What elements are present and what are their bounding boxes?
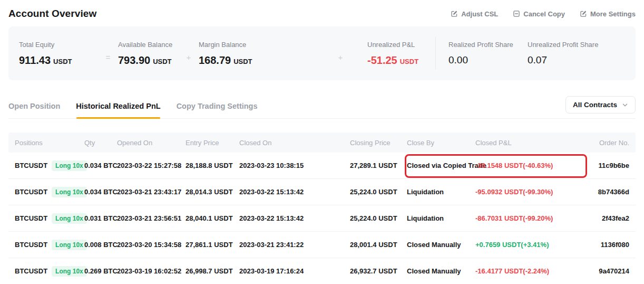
- summary-item-realized-profit-share: Realized Profit Share0.00: [448, 41, 514, 66]
- column-header-order-no: Order No.: [588, 139, 629, 147]
- closed-pnl-cell: +0.7659 USDT(+3.41%): [475, 241, 588, 249]
- opened-on-cell: 2023-03-19 16:02:52: [117, 267, 186, 275]
- positions-cell: BTCUSDT Long 10x: [15, 213, 84, 224]
- closed-on-cell: 2023-03-21 23:41:22: [239, 241, 350, 249]
- summary-item-label: Total Equity: [19, 41, 98, 49]
- closed-on-cell: 2023-03-22 15:13:42: [239, 214, 350, 222]
- closed-pnl-cell: -86.7031 USDT(-99.20%): [475, 214, 588, 222]
- column-header-closed-on: Closed On: [239, 139, 350, 147]
- position-symbol: BTCUSDT: [15, 162, 47, 169]
- closing-price-cell: 26,932.7 USDT: [350, 267, 407, 275]
- edit-icon: [580, 10, 587, 17]
- table-header-row: PositionsQtyOpened OnEntry PriceClosed O…: [8, 132, 636, 153]
- summary-item-label: Margin Balance: [199, 41, 330, 49]
- order-no-cell: 9a470214: [588, 267, 629, 275]
- summary-item-number: -51.25: [367, 54, 397, 67]
- header-actions: Adjust CSLCancel CopyMore Settings: [451, 10, 636, 18]
- column-header-closed-p-l: Closed P&L: [475, 139, 588, 147]
- summary-item-number: 793.90: [118, 54, 150, 67]
- table-row: BTCUSDT Long 10x 0.008 BTC 2023-03-20 15…: [8, 232, 636, 258]
- summary-operator: =: [98, 53, 118, 62]
- qty-cell: 0.269 BTC: [84, 267, 117, 275]
- summary-operator: +: [179, 53, 199, 62]
- summary-operator: +: [330, 53, 350, 62]
- summary-item-unit: USDT: [233, 58, 252, 65]
- summary-item-available-balance: Available Balance793.90USDT: [118, 41, 179, 67]
- positions-cell: BTCUSDT Long 10x: [15, 240, 84, 250]
- closed-on-cell: 2023-03-19 17:16:24: [239, 267, 350, 275]
- summary-item-label: Unrealized Profit Share: [528, 41, 598, 49]
- historical-pnl-table: PositionsQtyOpened OnEntry PriceClosed O…: [8, 132, 636, 284]
- column-header-close-by: Close By: [407, 139, 475, 147]
- closing-price-cell: 27,289.1 USDT: [350, 162, 407, 169]
- position-side-badge: Long 10x: [52, 240, 87, 250]
- entry-price-cell: 28,188.8 USDT: [186, 162, 239, 169]
- page-title: Account Overview: [8, 8, 96, 20]
- closing-price-cell: 25,224.0 USDT: [350, 214, 407, 222]
- table-row: BTCUSDT Long 10x 0.031 BTC 2023-03-21 23…: [8, 205, 636, 232]
- action-label: More Settings: [590, 10, 636, 18]
- table-row: BTCUSDT Long 10x 0.269 BTC 2023-03-19 16…: [8, 258, 636, 284]
- summary-item-label: Realized Profit Share: [448, 41, 514, 49]
- position-side-badge: Long 10x: [52, 187, 87, 197]
- position-symbol: BTCUSDT: [15, 188, 47, 196]
- qty-cell: 0.008 BTC: [84, 241, 117, 249]
- summary-divider: [435, 37, 436, 70]
- table-row: BTCUSDT Long 10x 0.034 BTC 2023-03-21 23…: [8, 179, 636, 205]
- closed-pnl-cell: -39.1548 USDT(-40.63%): [475, 162, 588, 169]
- tab-historical-realized-pnl[interactable]: Historical Realized PnL: [76, 102, 160, 118]
- summary-item-value: 793.90USDT: [118, 54, 179, 67]
- adjust-csl-button[interactable]: Adjust CSL: [451, 10, 498, 18]
- order-no-cell: 8b74366d: [588, 188, 629, 196]
- summary-item-label: Available Balance: [118, 41, 179, 49]
- summary-item-number: 0.00: [448, 54, 468, 66]
- close-by-cell: Liquidation: [407, 214, 475, 222]
- order-no-cell: 1136f080: [588, 241, 629, 249]
- more-settings-button[interactable]: More Settings: [580, 10, 636, 18]
- closed-on-cell: 2023-03-23 10:38:15: [239, 162, 350, 169]
- tab-copy-trading-settings[interactable]: Copy Trading Settings: [177, 102, 258, 118]
- summary-item-margin-balance: Margin Balance168.79USDT: [199, 41, 330, 67]
- opened-on-cell: 2023-03-21 23:56:51: [117, 214, 186, 222]
- tab-open-position[interactable]: Open Position: [8, 102, 60, 118]
- closed-pnl-cell: -95.0932 USDT(-99.30%): [475, 188, 588, 196]
- entry-price-cell: 28,014.3 USDT: [186, 188, 239, 196]
- position-symbol: BTCUSDT: [15, 267, 47, 275]
- summary-item-number: 911.43: [19, 54, 51, 67]
- account-summary-card: Total Equity911.43USDT=Available Balance…: [8, 26, 636, 80]
- closed-pnl-cell: -16.4177 USDT(-2.24%): [475, 267, 588, 275]
- position-side-badge: Long 10x: [52, 160, 87, 171]
- action-label: Cancel Copy: [523, 10, 565, 18]
- order-no-cell: 2f43fea2: [588, 214, 629, 222]
- position-side-badge: Long 10x: [52, 213, 87, 224]
- positions-cell: BTCUSDT Long 10x: [15, 160, 84, 171]
- tabs: Open PositionHistorical Realized PnLCopy…: [8, 102, 258, 118]
- contracts-filter-dropdown[interactable]: All Contracts: [565, 96, 636, 113]
- entry-price-cell: 26,998.7 USDT: [186, 267, 239, 275]
- summary-item-unit: USDT: [53, 58, 72, 65]
- entry-price-cell: 28,040.1 USDT: [186, 214, 239, 222]
- column-header-closing-price: Closing Price: [350, 139, 407, 147]
- position-symbol: BTCUSDT: [15, 214, 47, 222]
- qty-cell: 0.034 BTC: [84, 162, 117, 169]
- summary-item-unrealized-p-l: Unrealized P&L-51.25USDT: [367, 41, 423, 67]
- column-header-qty: Qty: [84, 139, 117, 147]
- opened-on-cell: 2023-03-22 15:27:58: [117, 162, 186, 169]
- summary-item-value: -51.25USDT: [367, 54, 423, 67]
- closed-on-cell: 2023-03-22 15:13:42: [239, 188, 350, 196]
- action-label: Adjust CSL: [461, 10, 498, 18]
- summary-item-total-equity: Total Equity911.43USDT: [19, 41, 98, 67]
- closing-price-cell: 25,224.0 USDT: [350, 188, 407, 196]
- edit-icon: [451, 10, 458, 17]
- column-header-positions: Positions: [15, 139, 84, 147]
- opened-on-cell: 2023-03-20 15:34:58: [117, 241, 186, 249]
- cancel-copy-button[interactable]: Cancel Copy: [513, 10, 565, 18]
- closing-price-cell: 28,001.4 USDT: [350, 241, 407, 249]
- close-by-cell: Closed via Copied Trade: [407, 162, 475, 169]
- close-by-cell: Closed Manually: [407, 267, 475, 275]
- summary-item-label: Unrealized P&L: [367, 41, 423, 49]
- chevron-down-icon: [622, 102, 628, 108]
- summary-item-unrealized-profit-share: Unrealized Profit Share0.07: [528, 41, 598, 66]
- column-header-entry-price: Entry Price: [186, 139, 239, 147]
- summary-item-value: 0.07: [528, 54, 598, 66]
